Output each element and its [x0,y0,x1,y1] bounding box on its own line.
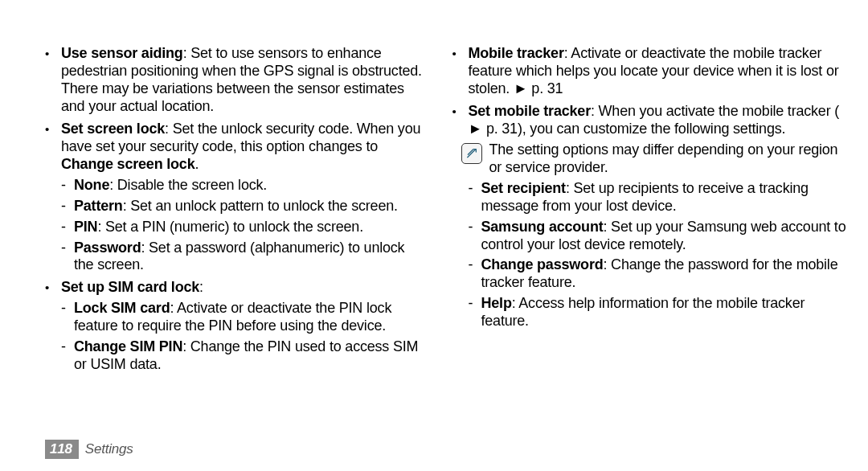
subitem-pattern: - Pattern: Set an unlock pattern to unlo… [45,198,428,215]
dash-icon: - [61,300,74,317]
dash-icon: - [468,180,481,198]
subitem-pin: - PIN: Set a PIN (numeric) to unlock the… [45,219,428,236]
item-rest: : [199,279,203,295]
item-use-sensor-aiding: • Use sensor aiding: Set to use sensors … [45,45,428,116]
item-set-screen-lock: • Set screen lock: Set the unlock securi… [45,121,428,174]
subitem-text: PIN: Set a PIN (numeric) to unlock the s… [74,219,428,236]
subitem-text: Change SIM PIN: Change the PIN used to a… [74,338,428,374]
subitem-text: Samsung account: Set up your Samsung web… [481,219,850,254]
note-icon [461,143,482,164]
bullet-icon: • [45,45,61,61]
item-bold: Mobile tracker [468,45,563,61]
sub-bold: Change password [481,256,603,272]
subitem-text: Change password: Change the password for… [481,256,850,292]
item-set-mobile-tracker: • Set mobile tracker: When you activate … [452,103,850,138]
bullet-icon: • [452,103,468,119]
right-column: • Mobile tracker: Activate or deactivate… [452,45,850,437]
item-bold2: Change screen lock [61,156,194,172]
sub-rest: : Access help information for the mobile… [481,295,805,329]
item-set-up-sim-card-lock: • Set up SIM card lock: [45,279,428,297]
subitem-text: Lock SIM card: Activate or deactivate th… [74,300,428,335]
sub-bold: Pattern [74,198,123,214]
dash-icon: - [61,338,74,356]
dash-icon: - [61,240,74,257]
sub-rest: : Set a PIN (numeric) to unlock the scre… [97,219,363,235]
sub-rest: : Disable the screen lock. [109,177,267,193]
subitem-change-sim-pin: - Change SIM PIN: Change the PIN used to… [45,338,428,374]
item-text: Set up SIM card lock: [61,279,428,297]
dash-icon: - [468,295,481,313]
triangle-icon: ► [468,121,482,138]
dash-icon: - [468,256,481,274]
item-rest: : When you activate the mobile tracker ( [591,103,839,119]
item-mobile-tracker: • Mobile tracker: Activate or deactivate… [452,45,850,98]
triangle-icon: ► [514,80,528,98]
item-bold: Set up SIM card lock [61,279,199,295]
note-row: The setting options may differ depending… [452,141,850,177]
page-number: 118 [45,440,79,460]
subitem-set-recipient: - Set recipient: Set up recipients to re… [452,180,850,215]
subitem-change-password: - Change password: Change the password f… [452,256,850,292]
sub-rest: : Set an unlock pattern to unlock the sc… [123,198,398,214]
dash-icon: - [61,219,74,236]
subitem-text: Set recipient: Set up recipients to rece… [481,180,850,215]
left-column: • Use sensor aiding: Set to use sensors … [45,45,428,437]
sub-bold: None [74,177,109,193]
bullet-icon: • [452,45,468,61]
item-bold: Set screen lock [61,121,165,137]
dash-icon: - [61,198,74,215]
dash-icon: - [61,177,74,195]
sub-bold: Help [481,295,511,311]
subitem-lock-sim-card: - Lock SIM card: Activate or deactivate … [45,300,428,335]
dash-icon: - [468,219,481,236]
subitem-help: - Help: Access help information for the … [452,295,850,330]
subitem-none: - None: Disable the screen lock. [45,177,428,195]
item-text: Set screen lock: Set the unlock security… [61,121,428,174]
item-text: Use sensor aiding: Set to use sensors to… [61,45,428,116]
sub-bold: Change SIM PIN [74,338,182,354]
page-footer: 118 Settings [45,439,133,460]
note-text: The setting options may differ depending… [489,141,850,177]
sub-bold: PIN [74,219,97,235]
item-rest-inline: p. 31), you can customize the following … [482,121,785,137]
item-rest2: . [194,156,199,172]
item-bold: Use sensor aiding [61,45,183,61]
subitem-text: Pattern: Set an unlock pattern to unlock… [74,198,428,215]
item-rest2: p. 31 [531,80,563,96]
sub-bold: Password [74,240,141,256]
item-text: Set mobile tracker: When you activate th… [468,103,850,138]
sub-bold: Samsung account [481,219,603,235]
subitem-text: Password: Set a password (alphanumeric) … [74,240,428,275]
sub-bold: Lock SIM card [74,300,170,316]
subitem-samsung-account: - Samsung account: Set up your Samsung w… [452,219,850,254]
item-bold: Set mobile tracker [468,103,590,119]
subitem-text: Help: Access help information for the mo… [481,295,850,330]
bullet-icon: • [45,121,61,137]
subitem-password: - Password: Set a password (alphanumeric… [45,240,428,275]
footer-section-title: Settings [85,441,133,458]
subitem-text: None: Disable the screen lock. [74,177,428,195]
bullet-icon: • [45,279,61,295]
item-text: Mobile tracker: Activate or deactivate t… [468,45,850,98]
page-body: • Use sensor aiding: Set to use sensors … [45,45,850,437]
sub-bold: Set recipient [481,180,565,196]
